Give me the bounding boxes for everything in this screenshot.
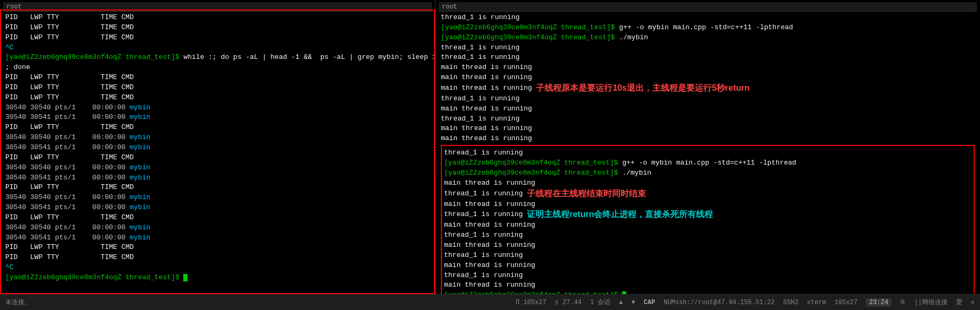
network-label: ||网络连接 [914, 298, 947, 307]
terminal-line: thread_1 is running [441, 43, 975, 53]
network-icon: ⑤ [900, 298, 906, 306]
terminal-line: thread_1 is running [441, 114, 975, 124]
terminal-line: PID LWP TTY TIME CMD [5, 183, 430, 193]
left-pane: root PID LWP TTY TIME CMD PID LWP TTY TI… [0, 0, 436, 294]
terminal-line: thread_1 is running [444, 230, 972, 240]
terminal-line: PID LWP TTY TIME CMD [5, 213, 430, 223]
terminal-line: PID LWP TTY TIME CMD [5, 123, 430, 133]
num-indicator: NUM [663, 299, 675, 306]
terminal-line: main thread is running [444, 261, 972, 271]
terminal-line: thread_1 is running [441, 53, 975, 63]
terminal-line: main thread is running [444, 280, 972, 290]
right-terminal-content: thread_1 is running [yao@iZ2zeb6ghq39ce8… [439, 12, 977, 294]
left-title-text: root [6, 3, 22, 11]
terminal-line: main thread is running [441, 104, 975, 114]
terminal-line: main thread is running [444, 200, 972, 210]
annotation-text-3: 证明主线程return会终止进程，直接杀死所有线程 [527, 209, 713, 220]
annotation-line-3: thread_1 is running 证明主线程return会终止进程，直接杀… [444, 209, 972, 220]
right-title-text: root [442, 3, 457, 11]
terminal-line: 30540 30540 pts/1 00:00:00 mybin [5, 163, 430, 173]
terminal-line: main thread is running [441, 124, 975, 134]
annotation-line-2: thread_1 is running 子线程在主线程结束时同时结束 [444, 188, 972, 200]
terminal-line: PID LWP TTY TIME CMD [5, 83, 430, 93]
terminal-line: PID LWP TTY TIME CMD [5, 23, 430, 33]
status-bar: 未连接。 Π 105x27 ± 27.44 1 会话 ▲ ▼ CAP NUM s… [0, 294, 980, 310]
terminal-line: 30540 30541 pts/1 00:00:00 mybin [5, 113, 430, 123]
arrow-up[interactable]: ▲ [619, 299, 623, 306]
terminal-line: 30540 30541 pts/1 00:00:00 mybin [5, 233, 430, 243]
close-icon[interactable]: ✕ [971, 298, 975, 306]
terminal-line: 30540 30540 pts/1 00:00:00 mybin [5, 133, 430, 143]
main-container: root PID LWP TTY TIME CMD PID LWP TTY TI… [0, 0, 980, 310]
love-icon: 爱 [956, 298, 962, 307]
terminal-line: ; done [5, 63, 430, 73]
terminal-line: [yao@iZ2zeb6ghq39ce8m3nf4oqZ thread_test… [444, 168, 972, 178]
terminal-line: 30540 30541 pts/1 00:00:00 mybin [5, 173, 430, 183]
terminal-line: main thread is running [441, 83, 536, 93]
left-terminal-content: PID LWP TTY TIME CMD PID LWP TTY TIME CM… [3, 12, 432, 284]
status-center: Π 105x27 ± 27.44 1 会话 ▲ ▼ CAP NUM [516, 298, 675, 307]
left-pane-title: root [3, 2, 432, 12]
terminal-line: PID LWP TTY TIME CMD [5, 33, 430, 43]
terminal-line: thread_1 is running [444, 189, 523, 199]
terminal-line: 30540 30541 pts/1 00:00:00 mybin [5, 143, 430, 153]
terminal-line: 30540 30540 pts/1 00:00:00 mybin [5, 193, 430, 203]
terminal-line: [yao@iZ2zeb6ghq39ce8m3nf4oqZ thread_test… [441, 33, 975, 43]
terminal-line: thread_1 is running [444, 210, 523, 220]
connection-status: 未连接。 [5, 299, 31, 306]
terminal-line: ^C [5, 263, 430, 273]
terminal-line: thread_1 is running [444, 271, 972, 281]
annotation-line-1: main thread is running 子线程原本是要运行10s退出，主线… [441, 83, 975, 94]
terminal-line: main thread is running [444, 178, 972, 188]
terminal-line: PID LWP TTY TIME CMD [5, 93, 430, 103]
terminal-prompt-end-right: [yao@iZ2zeb6ghq39ce8m3nf4oqZ thread_test… [444, 290, 972, 294]
terminal-line: PID LWP TTY TIME CMD [5, 153, 430, 163]
terminal-line: thread_1 is running [444, 148, 972, 158]
size-indicator: Π 105x27 [516, 299, 547, 306]
terminal-line: main thread is running [441, 134, 975, 144]
status-left: 未连接。 [5, 298, 516, 307]
terminal-line: [yao@iZ2zeb6ghq39ce8m3nf4oqZ thread_test… [5, 53, 430, 63]
terminal-line: main thread is running [444, 240, 972, 251]
terminal-prompt-end: [yao@iZ2zeb6ghq39ce8m3nf4oqZ thread_test… [5, 273, 430, 283]
cap-indicator: CAP [644, 299, 655, 306]
right-pane-title: root [439, 2, 977, 12]
terminal-line: 30540 30541 pts/1 00:00:00 mybin [5, 203, 430, 213]
terminal-line: thread_1 is running [444, 251, 972, 261]
zoom-level: ± 27.44 [555, 299, 582, 306]
terminal-line: PID LWP TTY TIME CMD [5, 253, 430, 263]
terminal-area: root PID LWP TTY TIME CMD PID LWP TTY TI… [0, 0, 980, 294]
terminal-line: thread_1 is running [441, 13, 975, 23]
ssh-connection-info: ssh://root@47.94.156.51:22 [675, 299, 774, 306]
ssh-label: SSH2 [783, 299, 798, 306]
terminal-line: PID LWP TTY TIME CMD [5, 13, 430, 23]
annotation-text-1: 子线程原本是要运行10s退出，主线程是要运行5秒return [536, 83, 749, 94]
terminal-line: main thread is running [441, 73, 975, 83]
status-right: ssh://root@47.94.156.51:22 SSH2 xterm 10… [675, 298, 975, 307]
annotation-text-2: 子线程在主线程结束时同时结束 [527, 188, 646, 200]
right-pane: root thread_1 is running [yao@iZ2zeb6ghq… [436, 0, 980, 294]
terminal-line: PID LWP TTY TIME CMD [5, 243, 430, 253]
arrow-down[interactable]: ▼ [632, 299, 635, 306]
session-count: 1 会话 [590, 298, 610, 307]
terminal-line: PID LWP TTY TIME CMD [5, 73, 430, 83]
xterm-label: xterm [807, 299, 826, 306]
terminal-line: 30540 30540 pts/1 00:00:00 mybin [5, 103, 430, 113]
terminal-line: ^C [5, 43, 430, 53]
right-red-box: thread_1 is running [yao@iZ2zeb6ghq39ce8… [441, 145, 975, 294]
terminal-line: [yao@iZ2zeb6ghq39ce8m3nf4oqZ thread_test… [441, 23, 975, 33]
terminal-line: 30540 30540 pts/1 00:00:00 mybin [5, 223, 430, 233]
terminal-line: main thread is running [444, 220, 972, 230]
terminal-size: 105x27 [834, 299, 857, 306]
terminal-line: [yao@iZ2zeb6ghq39ce8m3nf4oqZ thread_test… [444, 158, 972, 168]
terminal-line: thread_1 is running [441, 94, 975, 104]
time-display: 23:24 [866, 298, 891, 307]
terminal-line: main thread is running [441, 63, 975, 73]
